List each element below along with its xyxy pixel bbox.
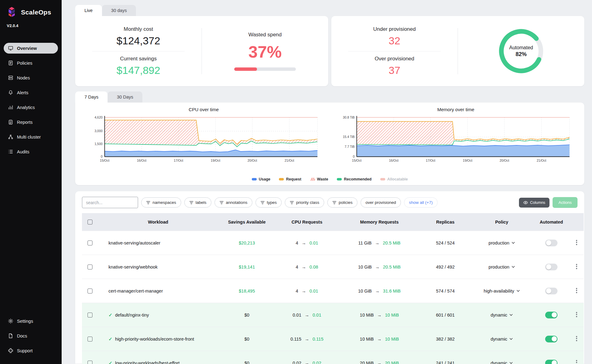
columns-button[interactable]: Columns [519, 198, 549, 208]
support-icon [8, 348, 14, 354]
arrow-right-icon: → [377, 337, 382, 342]
cpu-recommended: 0.01 [312, 313, 321, 317]
row-checkbox[interactable] [88, 289, 92, 293]
svg-text:0: 0 [101, 155, 103, 158]
legend-item-usage[interactable]: Usage [252, 177, 271, 181]
chip-label: annotations [226, 200, 247, 205]
row-checkbox[interactable] [88, 361, 92, 364]
row-menu-icon[interactable] [574, 358, 579, 364]
toggle-knob [552, 336, 557, 342]
filter-icon [290, 201, 294, 204]
sidebar-item-nodes[interactable]: Nodes [4, 72, 58, 83]
policy-select[interactable]: production [488, 265, 515, 269]
table-row: cert-manager/cert-manager$18,4954→0.0110… [82, 279, 584, 303]
savings-cell: $0 [218, 327, 276, 351]
chart-tab-7-days[interactable]: 7 Days [75, 91, 108, 103]
legend-item-waste[interactable]: Waste [310, 177, 328, 181]
cpu-current: 0.02 [293, 361, 301, 364]
sidebar-item-audits[interactable]: Audits [4, 146, 58, 157]
policy-cell: production [470, 255, 533, 279]
policy-select[interactable]: dynamic [491, 313, 513, 317]
automated-toggle[interactable] [545, 288, 557, 294]
chevron-down-icon [512, 242, 515, 244]
sidebar-item-multi-cluster[interactable]: Multi cluster [4, 131, 58, 142]
row-checkbox-cell [82, 327, 98, 351]
app-version: V2.0.4 [7, 23, 58, 28]
svg-text:17/Oct: 17/Oct [174, 159, 183, 162]
search-input[interactable] [82, 197, 138, 208]
chevron-down-icon [509, 362, 513, 364]
legend-label: Usage [259, 177, 271, 181]
automated-toggle[interactable] [545, 240, 557, 246]
actions-button[interactable]: Actions [553, 197, 578, 208]
gear-icon [8, 318, 14, 324]
sidebar-item-analytics[interactable]: Analytics [4, 102, 58, 113]
sidebar-item-support[interactable]: Support [4, 345, 58, 356]
savings-cell: $18,495 [218, 279, 276, 303]
sidebar-item-reports[interactable]: Reports [4, 117, 58, 127]
sidebar-item-docs[interactable]: Docs [4, 330, 58, 341]
legend-item-recommended[interactable]: Recommended [337, 177, 372, 181]
show-all-filters-button[interactable]: show all (+7) [404, 197, 438, 208]
row-checkbox[interactable] [88, 313, 92, 317]
automated-toggle[interactable] [545, 336, 557, 342]
row-menu-icon[interactable] [574, 310, 579, 318]
check-icon: ✓ [108, 336, 112, 342]
svg-text:19/Oct: 19/Oct [463, 159, 472, 162]
policy-cell: high-availability [470, 279, 533, 303]
replicas-cell: 574 / 574 [420, 279, 470, 303]
row-menu-icon[interactable] [574, 286, 579, 294]
arrow-right-icon: → [375, 241, 380, 245]
sidebar-item-alerts[interactable]: Alerts [4, 87, 58, 98]
automated-toggle[interactable] [545, 264, 557, 270]
filter-chip-types[interactable]: types [255, 197, 282, 208]
sidebar-item-policies[interactable]: Policies [4, 58, 58, 68]
automated-toggle[interactable] [545, 360, 557, 364]
filter-icon [146, 201, 150, 204]
policy-select[interactable]: dynamic [491, 337, 513, 342]
tab-live[interactable]: Live [75, 5, 102, 16]
monthly-cost-value: $124,372 [116, 35, 160, 47]
policy-select[interactable]: dynamic [491, 361, 513, 364]
row-menu-icon[interactable] [574, 334, 579, 342]
workload-cell: ✓high-priority-workloads/ecom-store-fron… [98, 327, 218, 351]
filter-chip-annotations[interactable]: annotations [214, 197, 252, 208]
arrow-right-icon: → [305, 361, 309, 364]
row-menu-icon[interactable] [574, 262, 579, 270]
filter-chip-labels[interactable]: labels [184, 197, 211, 208]
chart-tab-30-days[interactable]: 30 Days [108, 91, 142, 103]
filter-chip-namespaces[interactable]: namespaces [141, 197, 181, 208]
svg-text:19/Oct: 19/Oct [211, 159, 220, 162]
cost-stats-card: Monthly cost $124,372 Current savings $1… [75, 16, 328, 86]
sidebar-item-overview[interactable]: Overview [4, 43, 58, 54]
legend-item-allocatable[interactable]: Allocatable [380, 177, 408, 181]
tab-30-days[interactable]: 30 days [102, 5, 136, 16]
row-checkbox-cell [82, 303, 98, 327]
chip-label: over provisioned [365, 200, 396, 205]
filter-chip-over-provisioned[interactable]: over provisioned [361, 197, 401, 208]
policy-select[interactable]: high-availability [484, 289, 520, 293]
select-all-checkbox[interactable] [88, 220, 92, 224]
sidebar-item-label: Settings [17, 319, 33, 324]
legend-item-request[interactable]: Request [279, 177, 301, 181]
svg-text:15/Oct: 15/Oct [352, 159, 361, 162]
row-checkbox[interactable] [88, 241, 92, 245]
svg-text:20/Oct: 20/Oct [247, 159, 257, 162]
chip-label: types [267, 200, 277, 205]
arrow-right-icon: → [377, 361, 382, 364]
table-row: ✓high-priority-workloads/ecom-store-fron… [82, 327, 584, 351]
workload-cell: knative-serving/webhook [98, 255, 218, 279]
sidebar-footer-nav: SettingsDocsSupport [4, 316, 58, 356]
toggle-knob [552, 312, 557, 317]
row-checkbox[interactable] [88, 265, 92, 269]
sidebar-item-settings[interactable]: Settings [4, 316, 58, 326]
row-menu-icon[interactable] [574, 238, 579, 246]
filter-chip-priority-class[interactable]: priority class [285, 197, 324, 208]
row-checkbox[interactable] [88, 337, 92, 342]
workload-name: low-priority-workloads/best-effort [115, 361, 180, 364]
filter-chip-policies[interactable]: policies [327, 197, 357, 208]
policy-select[interactable]: production [488, 241, 515, 245]
chart-legend: UsageRequestWasteRecommendedAllocatable [78, 174, 582, 183]
workload-cell: ✓default/nginx-tiny [98, 303, 218, 327]
automated-toggle[interactable] [545, 312, 557, 318]
